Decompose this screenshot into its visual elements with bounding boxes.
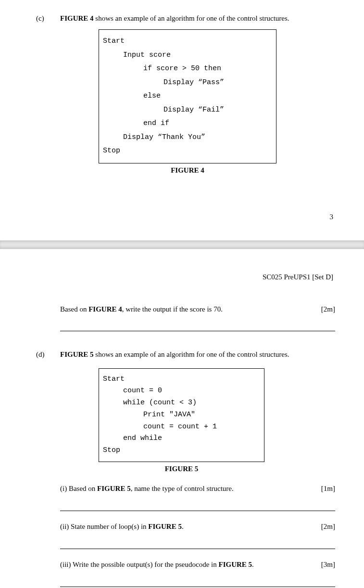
page-1: (c) FIGURE 4 shows an example of an algo… [0,0,364,240]
code-line: Display “Pass” [103,76,272,90]
answer-line [60,533,335,549]
code-line: if score > 50 then [103,62,272,76]
question-d: (d) FIGURE 5 shows an example of an algo… [36,350,335,587]
question-d-body: FIGURE 5 shows an example of an algorith… [60,350,335,587]
figure5-ref: FIGURE 5 [97,485,131,492]
figure4-ref: FIGURE 4 [60,14,94,22]
code-line: count = 0 [103,385,260,397]
code-line: Input score [103,49,272,63]
figure4-caption: FIGURE 4 [99,166,276,175]
page-number: 3 [36,213,335,221]
marks-badge: [1m] [321,485,335,493]
qd-ii-text: (ii) State number of loop(s) in FIGURE 5… [60,523,184,531]
code-line: Display “Fail” [103,103,272,117]
question-d-intro: FIGURE 5 shows an example of an algorith… [60,350,335,359]
figure5-ref: FIGURE 5 [60,350,94,358]
code-line: end while [103,433,260,445]
code-line: Start [103,35,272,49]
code-line: end if [103,117,272,131]
code-line: count = count + 1 [103,421,260,433]
code-line: Stop [103,445,260,457]
qc-task-prefix: Based on [60,305,88,313]
page-separator [0,240,364,249]
answer-line [60,571,335,587]
question-c-intro-rest: shows an example of an algorithm for one… [94,14,289,22]
question-d-iii: (iii) Write the possible output(s) for t… [60,561,335,569]
code-line: else [103,89,272,103]
marks-badge: [3m] [321,561,335,569]
figure5-code-box: Start count = 0 while (count < 3) Print … [99,368,264,462]
question-d-label: (d) [36,350,60,359]
code-line: Start [103,374,260,386]
question-c-intro: FIGURE 4 shows an example of an algorith… [60,14,335,23]
question-d-ii: (ii) State number of loop(s) in FIGURE 5… [60,523,335,531]
figure5-ref: FIGURE 5 [218,561,252,568]
question-d-i: (i) Based on FIGURE 5, name the type of … [60,485,335,493]
code-line: while (count < 3) [103,397,260,409]
qd-i-text: (i) Based on FIGURE 5, name the type of … [60,485,234,493]
answer-line [60,495,335,511]
figure4-code-box: Start Input score if score > 50 then Dis… [99,29,276,163]
marks-badge: [2m] [321,523,335,531]
qc-task-rest: , write the output if the score is 70. [122,305,223,313]
question-d-intro-rest: shows an example of an algorithm for one… [94,350,289,358]
figure4-ref: FIGURE 4 [88,305,122,313]
marks-badge: [2m] [321,305,335,313]
figure5-ref: FIGURE 5 [148,523,182,530]
question-c-task: Based on FIGURE 4, write the output if t… [60,305,223,313]
answer-line [60,331,335,331]
question-c-body: FIGURE 4 shows an example of an algorith… [60,14,335,175]
code-line: Display “Thank You” [103,131,272,145]
question-c: (c) FIGURE 4 shows an example of an algo… [36,14,335,175]
code-line: Stop [103,144,272,158]
question-c-label: (c) [36,14,60,23]
page-2: SC025 PreUPS1 [Set D] Based on FIGURE 4,… [0,249,364,588]
qd-iii-text: (iii) Write the possible output(s) for t… [60,561,254,569]
page-header: SC025 PreUPS1 [Set D] [36,273,335,281]
code-line: Print "JAVA" [103,409,260,421]
question-c-continued: Based on FIGURE 4, write the output if t… [60,305,335,331]
figure5-caption: FIGURE 5 [99,465,264,473]
